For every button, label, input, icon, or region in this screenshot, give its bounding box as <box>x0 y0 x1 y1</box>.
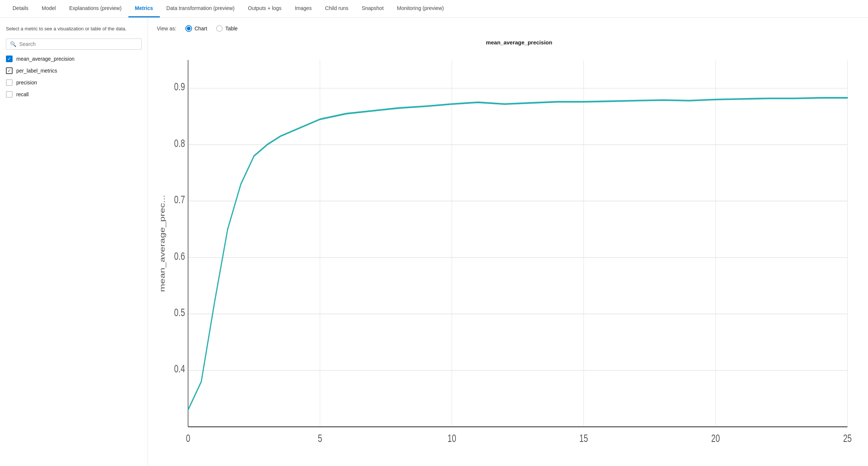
checkbox-per_label_metrics[interactable]: ✓ <box>6 67 13 74</box>
search-icon: 🔍 <box>10 41 16 47</box>
top-navigation: DetailsModelExplanations (preview)Metric… <box>0 0 868 18</box>
svg-text:20: 20 <box>711 432 720 444</box>
metric-item-recall[interactable]: recall <box>6 91 142 98</box>
checkbox-precision[interactable] <box>6 79 13 86</box>
chart-radio-option[interactable]: Chart <box>185 25 207 32</box>
search-box[interactable]: 🔍 <box>6 38 142 50</box>
nav-item-explanations-(preview)[interactable]: Explanations (preview) <box>63 0 128 17</box>
main-layout: Select a metric to see a visualization o… <box>0 18 868 466</box>
svg-text:0.5: 0.5 <box>174 306 185 318</box>
right-panel: View as: Chart Table mean_average_precis… <box>148 18 868 466</box>
metric-item-mean_average_precision[interactable]: ✓mean_average_precision <box>6 56 142 62</box>
chart-radio-label: Chart <box>195 26 207 31</box>
metric-label-precision: precision <box>16 80 37 86</box>
svg-text:5: 5 <box>318 432 322 444</box>
checkbox-mean_average_precision[interactable]: ✓ <box>6 56 13 62</box>
nav-item-child-runs[interactable]: Child runs <box>319 0 355 17</box>
chart-area: mean_average_precision 0.90.80.70.60.50.… <box>157 39 859 459</box>
nav-item-metrics[interactable]: Metrics <box>128 0 160 17</box>
nav-item-data-transformation-(preview)[interactable]: Data transformation (preview) <box>160 0 241 17</box>
checkbox-recall[interactable] <box>6 91 13 98</box>
nav-item-details[interactable]: Details <box>6 0 35 17</box>
svg-text:15: 15 <box>579 432 588 444</box>
chart-svg: 0.90.80.70.60.50.40510152025mean_average… <box>157 49 859 454</box>
metric-item-precision[interactable]: precision <box>6 79 142 86</box>
metric-label-per_label_metrics: per_label_metrics <box>16 68 57 74</box>
chart-title: mean_average_precision <box>179 39 859 46</box>
table-radio-option[interactable]: Table <box>216 25 238 32</box>
view-as-row: View as: Chart Table <box>157 25 859 32</box>
checkmark-icon: ✓ <box>7 57 11 61</box>
checkmark-icon: ✓ <box>7 68 11 73</box>
chart-radio-circle <box>185 25 192 32</box>
svg-text:0.4: 0.4 <box>174 363 185 375</box>
panel-description: Select a metric to see a visualization o… <box>6 25 142 33</box>
nav-item-monitoring-(preview)[interactable]: Monitoring (preview) <box>390 0 451 17</box>
search-input[interactable] <box>19 41 138 47</box>
nav-item-outputs-+-logs[interactable]: Outputs + logs <box>241 0 288 17</box>
nav-item-images[interactable]: Images <box>288 0 319 17</box>
svg-text:0.7: 0.7 <box>174 194 185 205</box>
svg-text:mean_average_prec...: mean_average_prec... <box>158 195 166 292</box>
svg-text:25: 25 <box>843 432 852 444</box>
table-radio-circle <box>216 25 223 32</box>
metric-label-recall: recall <box>16 91 28 97</box>
view-as-label: View as: <box>157 26 176 31</box>
svg-text:0.6: 0.6 <box>174 250 185 262</box>
metric-item-per_label_metrics[interactable]: ✓per_label_metrics <box>6 67 142 74</box>
svg-text:0.8: 0.8 <box>174 137 185 149</box>
nav-item-snapshot[interactable]: Snapshot <box>355 0 390 17</box>
svg-text:0.9: 0.9 <box>174 81 185 93</box>
left-panel: Select a metric to see a visualization o… <box>0 18 148 466</box>
svg-text:10: 10 <box>447 432 456 444</box>
nav-item-model[interactable]: Model <box>35 0 63 17</box>
table-radio-label: Table <box>225 26 238 31</box>
svg-text:0: 0 <box>186 432 190 444</box>
metric-label-mean_average_precision: mean_average_precision <box>16 56 74 62</box>
metric-list: ✓mean_average_precision✓per_label_metric… <box>6 56 142 98</box>
chart-container: 0.90.80.70.60.50.40510152025mean_average… <box>157 49 859 454</box>
